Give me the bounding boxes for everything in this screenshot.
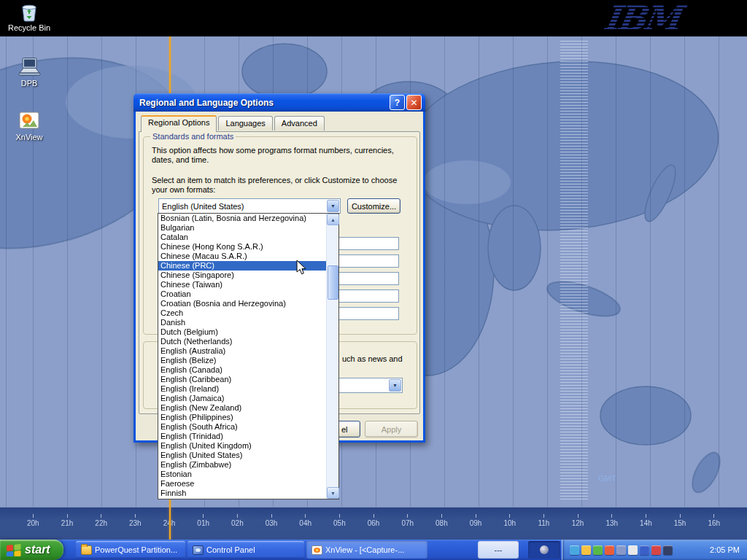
language-option[interactable]: Chinese (Taiwan) [158,280,326,289]
tray-icon-area [570,545,705,555]
language-option[interactable]: English (New Zealand) [158,403,326,413]
taskbar-clock[interactable]: 2:05 PM [707,545,743,554]
hour-label: 01h [186,508,220,540]
language-option[interactable]: Bosnian (Latin, Bosnia and Herzegovina) [158,214,326,223]
chevron-down-icon[interactable]: ▼ [327,200,339,212]
language-option[interactable]: English (South Africa) [158,422,326,432]
windows-flag-icon [7,543,21,556]
language-option[interactable]: Czech [158,308,326,318]
task-button[interactable]: Control Panel [187,541,304,559]
language-option[interactable]: Croatian [158,289,326,299]
language-option[interactable]: English (Philippines) [158,413,326,422]
tab[interactable]: Languages [218,116,272,131]
task-button[interactable]: PowerQuest Partition... [76,541,185,559]
task-button-label: Control Panel [206,545,255,554]
tab[interactable]: Regional Options [141,115,217,132]
system-tray: 2:05 PM [562,540,747,560]
language-option[interactable]: English (United States) [158,451,326,460]
language-option[interactable]: Dutch (Belgium) [158,327,326,337]
scroll-up-icon[interactable]: ▲ [327,214,339,225]
language-option[interactable]: Faeroese [158,479,326,489]
ibm-logo-stripes [604,1,684,35]
language-option[interactable]: English (Australia) [158,346,326,356]
standards-instruction: Select an item to match its preferences,… [152,176,409,195]
messenger-icon[interactable] [640,545,649,555]
hour-label: 08h [425,508,459,540]
tab[interactable]: Advanced [274,116,325,131]
hour-label: 07h [390,508,425,540]
language-option[interactable]: English (Ireland) [158,384,326,394]
hour-label: 22h [84,508,118,540]
language-option[interactable]: Estonian [158,470,326,479]
close-button[interactable]: ✕ [406,95,422,110]
hour-label: 11h [527,508,561,540]
firewall-icon[interactable] [605,545,614,555]
dialog-titlebar[interactable]: Regional and Language Options ? ✕ [133,93,425,112]
scroll-down-icon[interactable]: ▼ [327,487,339,499]
task-button[interactable]: XnView - [<Capture-... [306,541,427,559]
customize-button[interactable]: Customize... [347,198,400,214]
controlpanel-icon [193,545,204,555]
xnview-icon [18,109,40,131]
mouse-cursor [296,260,306,279]
help-button[interactable]: ? [390,95,405,110]
hour-label: 02h [220,508,255,540]
language-option[interactable]: English (Canada) [158,365,326,375]
task-button-label: --- [495,545,503,554]
gmt-label: GMT [598,474,616,483]
dialog-title: Regional and Language Options [139,98,388,108]
toolbar-icon[interactable] [540,545,549,554]
hour-label: 21h [50,508,85,540]
ibm-logo: IBM [604,1,684,35]
language-option[interactable]: Danish [158,318,326,327]
hour-label: 04h [288,508,322,540]
timezone-highlight-band [560,41,588,502]
display-settings-icon[interactable] [616,545,626,555]
hour-label: 10h [492,508,527,540]
antivirus-icon[interactable] [593,545,603,555]
language-options: Bosnian (Latin, Bosnia and Herzegovina)B… [158,214,326,499]
language-option[interactable]: English (Jamaica) [158,394,326,403]
chevron-down-icon[interactable]: ▼ [389,379,401,392]
list-scrollbar[interactable]: ▲ ▼ [326,214,338,499]
hour-label: 03h [255,508,289,540]
language-option[interactable]: Bulgarian [158,223,326,233]
recycle-bin-label: Recycle Bin [8,23,50,32]
hour-label: 06h [357,508,391,540]
start-button[interactable]: start [0,540,63,560]
scrollbar-thumb[interactable] [328,265,338,300]
hour-label: 14h [629,508,663,540]
power-icon[interactable] [663,545,673,555]
language-option[interactable]: English (United Kingdom) [158,441,326,451]
task-button-area: PowerQuest Partition... Control Panel Xn… [76,541,519,559]
language-option[interactable]: Chinese (Hong Kong S.A.R.) [158,242,326,252]
language-option[interactable]: Dutch (Netherlands) [158,337,326,346]
desktop-icon-dpb[interactable]: DPB [12,57,47,88]
task-button-label: XnView - [<Capture-... [325,545,404,554]
apply-button[interactable]: Apply [365,421,418,438]
network-status-icon[interactable] [570,545,579,555]
task-button[interactable]: --- [478,541,519,559]
format-combobox[interactable]: English (United States) ▼ [158,198,341,214]
taskbar: start PowerQuest Partition... Control Pa… [0,540,747,560]
hour-label: 20h [16,508,50,540]
hour-label: 05h [322,508,357,540]
language-option[interactable]: Finnish [158,489,326,498]
language-option[interactable]: English (Caribbean) [158,375,326,384]
xnview-icon [311,545,322,555]
start-button-label: start [25,543,50,556]
language-option[interactable]: Croatian (Bosnia and Herzegovina) [158,299,326,308]
location-text-fragment: uch as news and [342,354,403,364]
desktop-icon-xnview[interactable]: XnView [9,109,50,141]
volume-icon[interactable] [628,545,638,555]
update-shield-icon[interactable] [581,545,591,555]
language-option[interactable]: English (Zimbabwe) [158,460,326,470]
desktop-icon-label: DPB [21,79,38,88]
language-option[interactable]: English (Trinidad) [158,432,326,441]
recycle-bin-glyph [20,2,39,22]
recycle-bin-icon[interactable]: Recycle Bin [7,2,51,32]
scheduler-icon[interactable] [651,545,661,555]
timezone-hour-scale: 20h21h22h23h24h01h02h03h04h05h06h07h08h0… [0,507,747,540]
language-option[interactable]: Catalan [158,233,326,242]
language-option[interactable]: English (Belize) [158,356,326,365]
